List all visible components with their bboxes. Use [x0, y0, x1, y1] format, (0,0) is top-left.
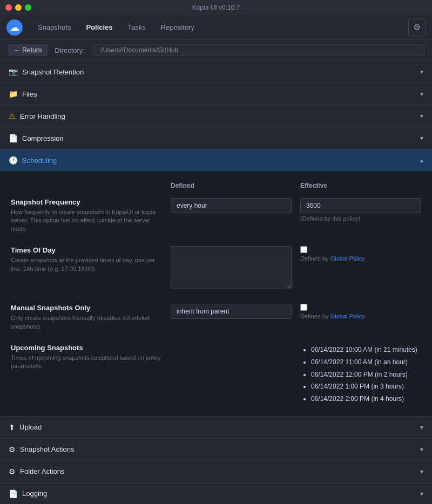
section-header-snapshot-retention[interactable]: 📷 Snapshot Retention ▾ — [0, 61, 432, 83]
titlebar-buttons — [5, 4, 31, 11]
section-label-upload: Upload — [19, 423, 42, 431]
frequency-row: Snapshot Frequency How frequently to cre… — [11, 198, 421, 233]
manual-defined-input[interactable] — [171, 304, 292, 319]
scheduling-body: Defined Effective Snapshot Frequency How… — [0, 171, 432, 416]
titlebar: Kopia UI v0.10.7 — [0, 0, 432, 15]
manual-label: Manual Snapshots Only — [11, 304, 162, 312]
section-header-files[interactable]: 📁 Files ▾ — [0, 83, 432, 105]
nav-policies[interactable]: Policies — [79, 20, 119, 35]
frequency-effective-col: 3600 (Defined by this policy) — [300, 198, 421, 222]
upcoming-desc-col: Upcoming Snapshots Times of upcoming sna… — [11, 344, 162, 371]
frequency-effective-value: 3600 — [300, 198, 421, 213]
logging-icon: 📄 — [9, 489, 18, 498]
gear-icon: ⚙ — [413, 22, 421, 32]
list-item: 06/14/2022 1:00 PM (in 3 hours) — [311, 380, 421, 393]
section-header-scheduling[interactable]: 🕐 Scheduling ▴ — [0, 149, 432, 171]
times-desc: Create snapshots at the provided times o… — [11, 256, 162, 273]
minimize-button[interactable] — [15, 4, 22, 11]
chevron-down-icon: ▾ — [420, 468, 423, 475]
section-header-error-handling[interactable]: ⚠ Error Handling ▾ — [0, 105, 432, 127]
nav-repository[interactable]: Repository — [154, 20, 201, 35]
manual-desc: Only create snapshots manually (disables… — [11, 314, 162, 331]
times-global-policy-link[interactable]: Global Policy — [330, 255, 365, 262]
app-title: Kopia UI v0.10.7 — [192, 4, 240, 11]
frequency-defined-col — [171, 198, 292, 213]
manual-snapshots-row: Manual Snapshots Only Only create snapsh… — [11, 304, 421, 331]
times-effective-note: Defined by Global Policy — [300, 255, 421, 262]
file-icon: 📄 — [9, 134, 18, 142]
section-files: 📁 Files ▾ — [0, 83, 432, 105]
times-effective-col: Defined by Global Policy — [300, 246, 421, 262]
manual-effective-checkbox[interactable] — [300, 304, 307, 311]
chevron-down-icon: ▾ — [420, 424, 423, 431]
section-upload: ⬆ Upload ▾ — [0, 417, 432, 439]
section-snapshot-retention: 📷 Snapshot Retention ▾ — [0, 61, 432, 83]
navbar: ☁ Snapshots Policies Tasks Repository ⚙ — [0, 15, 432, 40]
nav-tasks[interactable]: Tasks — [122, 20, 152, 35]
manual-effective-note: Defined by Global Policy — [300, 313, 421, 319]
list-item: 06/14/2022 2:00 PM (in 4 hours) — [311, 393, 421, 405]
manual-desc-col: Manual Snapshots Only Only create snapsh… — [11, 304, 162, 331]
content: 📷 Snapshot Retention ▾ 📁 Files ▾ ⚠ Error… — [0, 61, 432, 504]
times-defined-textarea[interactable] — [171, 246, 292, 289]
manual-effective-col: Defined by Global Policy — [300, 304, 421, 319]
upcoming-list: 06/14/2022 10:00 AM (in 21 minutes) 06/1… — [300, 344, 421, 405]
settings-button[interactable]: ⚙ — [408, 19, 426, 36]
section-label-files: Files — [22, 90, 37, 98]
nav-links: Snapshots Policies Tasks Repository — [31, 20, 408, 35]
folder-icon: 📁 — [9, 90, 18, 98]
return-button[interactable]: ← Return — [8, 44, 48, 56]
upcoming-list-col: 06/14/2022 10:00 AM (in 21 minutes) 06/1… — [300, 344, 421, 405]
section-header-folder-actions[interactable]: ⚙ Folder Actions ▾ — [0, 461, 432, 482]
upcoming-row: Upcoming Snapshots Times of upcoming sna… — [11, 344, 421, 405]
section-label-logging: Logging — [22, 489, 47, 498]
frequency-defined-input[interactable] — [171, 198, 292, 213]
scheduling-col-headers: Defined Effective — [11, 182, 421, 194]
app-logo: ☁ — [6, 19, 23, 36]
upcoming-label: Upcoming Snapshots — [11, 344, 162, 352]
directory-label: Directory: — [55, 46, 85, 55]
times-effective-checkbox[interactable] — [300, 246, 307, 253]
clock-icon: 🕐 — [9, 156, 18, 165]
upcoming-desc: Times of upcoming snapshots calculated b… — [11, 354, 162, 371]
folder-actions-icon: ⚙ — [9, 467, 16, 476]
manual-defined-col — [171, 304, 292, 319]
chevron-down-icon: ▾ — [420, 112, 423, 120]
chevron-down-icon: ▾ — [420, 68, 423, 76]
chevron-down-icon: ▾ — [420, 90, 423, 98]
chevron-down-icon: ▾ — [420, 134, 423, 142]
list-item: 06/14/2022 12:00 PM (in 2 hours) — [311, 369, 421, 381]
section-header-snapshot-actions[interactable]: ⚙ Snapshot Actions ▾ — [0, 439, 432, 460]
manual-global-policy-link[interactable]: Global Policy — [330, 313, 365, 319]
section-label-compression: Compression — [22, 134, 64, 142]
list-item: 06/14/2022 11:00 AM (in an hour) — [311, 356, 421, 369]
frequency-label: Snapshot Frequency — [11, 198, 162, 206]
section-error-handling: ⚠ Error Handling ▾ — [0, 105, 432, 127]
upload-icon: ⬆ — [9, 423, 15, 432]
section-label-scheduling: Scheduling — [22, 156, 57, 165]
times-of-day-row: Times Of Day Create snapshots at the pro… — [11, 246, 421, 291]
frequency-effective-note: (Defined by this policy) — [300, 215, 421, 222]
chevron-down-icon: ▾ — [420, 446, 423, 453]
section-label-snapshot-retention: Snapshot Retention — [22, 68, 84, 76]
chevron-down-icon: ▾ — [420, 490, 423, 498]
chevron-up-icon: ▴ — [420, 156, 423, 164]
times-defined-col — [171, 246, 292, 291]
list-item: 06/14/2022 10:00 AM (in 21 minutes) — [311, 344, 421, 356]
section-header-upload[interactable]: ⬆ Upload ▾ — [0, 417, 432, 438]
camera-icon: 📷 — [9, 67, 18, 76]
nav-snapshots[interactable]: Snapshots — [31, 20, 77, 35]
directory-path[interactable] — [93, 44, 424, 56]
section-label-folder-actions: Folder Actions — [20, 467, 64, 475]
section-header-compression[interactable]: 📄 Compression ▾ — [0, 127, 432, 149]
times-desc-col: Times Of Day Create snapshots at the pro… — [11, 246, 162, 273]
col-effective-label: Effective — [300, 182, 421, 189]
section-label-error-handling: Error Handling — [20, 112, 65, 120]
maximize-button[interactable] — [25, 4, 31, 11]
section-scheduling: 🕐 Scheduling ▴ Defined Effective Snapsho… — [0, 149, 432, 417]
snapshot-actions-icon: ⚙ — [9, 445, 16, 454]
toolbar: ← Return Directory: — [0, 40, 432, 61]
close-button[interactable] — [5, 4, 12, 11]
times-label: Times Of Day — [11, 246, 162, 254]
section-header-logging[interactable]: 📄 Logging ▾ — [0, 483, 432, 504]
